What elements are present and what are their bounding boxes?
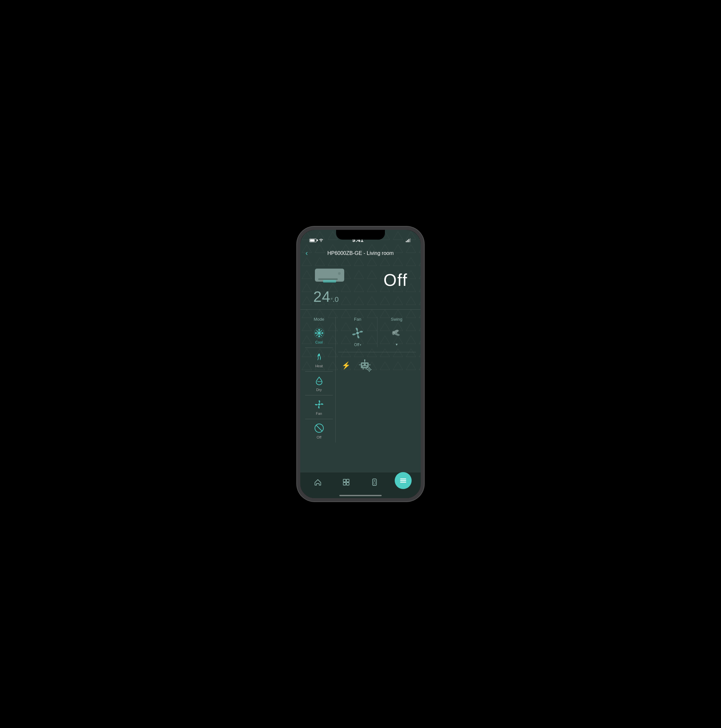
off-icon [314,423,325,434]
header: ‹ HP6000ZB-GE - Living room [300,246,421,260]
svg-rect-35 [369,364,370,365]
svg-rect-48 [346,483,349,485]
cool-icon [314,327,325,339]
nav-home[interactable] [310,475,326,489]
svg-rect-37 [365,368,367,370]
fan-mode-icon [314,399,325,410]
home-indicator [339,495,382,496]
svg-rect-42 [369,371,370,372]
svg-point-40 [369,369,370,370]
fan-control-btn[interactable] [349,325,366,341]
svg-point-27 [392,331,395,335]
swing-col-title: Swing [391,317,402,322]
svg-line-25 [316,425,322,431]
menu-fab-icon [399,477,407,485]
cool-label: Cool [315,340,323,344]
back-button[interactable]: ‹ [305,249,308,257]
swing-control-btn[interactable] [389,325,405,341]
mode-fan[interactable]: Fan [305,396,333,419]
svg-rect-46 [346,479,349,482]
mode-section: Mode [305,317,333,442]
temp-decimal: .0 [333,295,339,304]
status-right [392,238,412,242]
svg-point-23 [318,404,320,405]
nav-menu-fab[interactable] [395,472,412,489]
svg-rect-29 [362,364,364,365]
vertical-divider [335,317,336,442]
nav-remote[interactable] [366,475,383,489]
remote-nav-icon [370,478,379,486]
svg-rect-34 [359,364,361,365]
main-content: 24 ° .0 Off Mode [300,260,421,472]
robot-icon [357,357,372,373]
svg-rect-7 [318,278,338,280]
device-status: Off [384,271,408,289]
battery-icon [309,239,317,242]
wifi-icon [318,238,324,243]
fan-column: Fan Off [338,317,377,347]
fan-col-title: Fan [354,317,361,322]
heat-label: Heat [315,364,323,368]
svg-rect-36 [363,368,364,370]
dry-label: Dry [316,388,322,392]
secondary-controls-row: ⚡ [338,357,416,374]
fan-icon [351,326,365,340]
ac-section: 24 ° .0 Off [300,260,421,305]
svg-rect-51 [374,482,375,484]
svg-rect-30 [366,364,367,365]
mode-cool[interactable]: Cool [305,324,333,348]
screen: 9:41 ‹ HP6000ZB-GE - Living room [300,230,421,498]
mode-heat[interactable]: Heat [305,348,333,372]
svg-rect-28 [361,362,369,368]
bolt-button[interactable]: ⚡ [341,361,351,370]
swing-column: Swing [377,317,416,347]
svg-rect-4 [409,239,409,242]
auto-mode-button[interactable] [357,357,372,374]
notch [336,230,385,240]
header-title: HP6000ZB-GE - Living room [327,250,394,256]
right-panel: Fan Off [338,317,416,442]
mode-label: Mode [305,317,333,322]
svg-rect-43 [367,369,368,370]
svg-rect-47 [343,483,346,485]
heat-icon [314,351,325,362]
mode-dry[interactable]: Dry [305,372,333,395]
dry-icon [314,375,325,386]
swing-icon [389,326,405,340]
grid-nav-icon [342,478,350,486]
fan-value: Off ▾ [354,343,361,347]
svg-rect-49 [372,479,377,485]
home-nav-icon [314,478,322,486]
svg-point-33 [364,359,365,361]
temperature-display: 24 [313,288,331,305]
fan-swing-row: Fan Off [338,317,416,352]
svg-rect-5 [410,238,411,242]
svg-rect-3 [407,240,408,242]
svg-point-9 [338,272,341,275]
svg-rect-45 [343,479,346,482]
phone-frame: 9:41 ‹ HP6000ZB-GE - Living room [297,226,424,502]
controls-area: Mode [300,314,421,444]
off-label: Off [317,435,321,439]
fan-dropdown-arrow: ▾ [360,344,361,346]
swing-dropdown: ▾ [396,341,398,347]
svg-rect-2 [406,241,407,242]
bottom-nav [300,472,421,498]
mode-off[interactable]: Off [305,419,333,442]
fan-label: Fan [316,411,322,416]
svg-rect-44 [371,369,372,370]
svg-rect-8 [323,280,336,283]
svg-rect-31 [363,366,367,367]
svg-rect-41 [369,367,370,368]
nav-grid[interactable] [338,475,354,489]
svg-point-26 [356,332,359,334]
status-left [309,238,324,243]
ac-unit-image [313,267,346,285]
